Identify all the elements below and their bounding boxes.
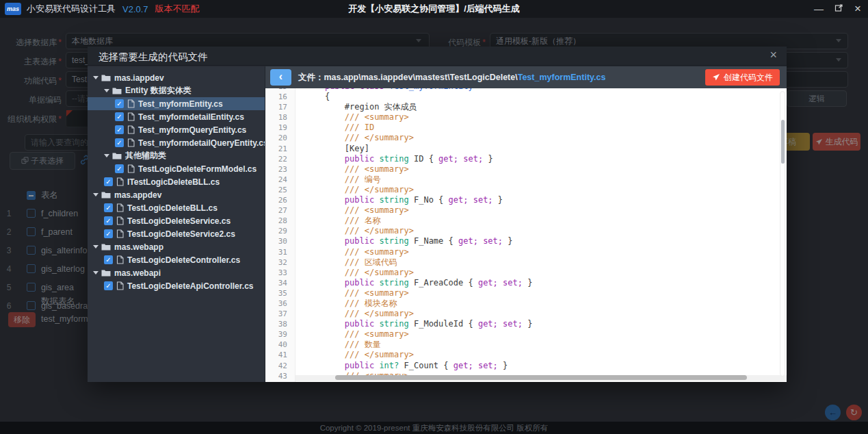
tree-file-item[interactable]: ✓Test_myformEntity.cs — [88, 97, 265, 110]
file-checkbox[interactable]: ✓ — [115, 138, 124, 147]
caret-down-icon[interactable] — [104, 89, 109, 95]
tree-item-label: mas.webapp — [114, 242, 163, 252]
code-line: 25 /// </summary> — [265, 185, 787, 195]
file-icon — [116, 229, 124, 238]
horizontal-scrollbar[interactable] — [295, 375, 787, 381]
code-line: 19 /// ID — [265, 123, 787, 133]
file-checkbox[interactable]: ✓ — [104, 255, 113, 264]
send-icon — [712, 73, 720, 81]
code-line: 40 /// 数量 — [265, 340, 787, 350]
file-checkbox[interactable]: ✓ — [104, 229, 113, 238]
tree-folder-item[interactable]: mas.iappdev — [88, 71, 265, 84]
line-number: 43 — [265, 371, 295, 381]
line-number: 18 — [265, 112, 295, 123]
line-number: 40 — [265, 340, 295, 350]
tree-file-item[interactable]: ✓TestLogicDeleteService.cs — [88, 214, 265, 227]
tree-folder-item[interactable]: mas.webapp — [88, 240, 265, 253]
file-checkbox[interactable]: ✓ — [104, 216, 113, 225]
tree-file-item[interactable]: ✓ITestLogicDeleteBLL.cs — [88, 175, 265, 188]
tree-item-label: Test_myformdetailQueryEntity.cs — [138, 138, 265, 148]
code-area: 15 public class Test_myformEntity16 {17 … — [265, 88, 787, 382]
line-number: 35 — [265, 288, 295, 298]
code-line: 41 /// </summary> — [265, 350, 787, 360]
dialog-close-icon[interactable]: × — [770, 48, 777, 62]
code-line: 42 public int? F_Count { get; set; } — [265, 361, 787, 371]
line-number: 30 — [265, 236, 295, 246]
tree-item-label: Test_myformEntity.cs — [138, 99, 223, 109]
tree-item-label: mas.webapi — [114, 268, 161, 278]
minimize-icon[interactable]: — — [814, 0, 824, 18]
horizontal-scrollbar-thumb[interactable] — [335, 375, 747, 380]
code-viewer: ‹ 文件：mas.app\mas.iappdev\mastest\TestLog… — [265, 66, 787, 382]
line-number: 23 — [265, 164, 295, 175]
file-checkbox[interactable]: ✓ — [104, 177, 113, 186]
file-icon — [116, 216, 124, 225]
code-line: 28 /// 名称 — [265, 216, 787, 226]
file-checkbox[interactable]: ✓ — [115, 99, 124, 108]
code-line: 38 public string F_ModuleId { get; set; … — [265, 319, 787, 329]
line-number: 17 — [265, 102, 295, 112]
code-line: 31 /// <summary> — [265, 247, 787, 257]
file-path: 文件：mas.app\mas.iappdev\mastest\TestLogic… — [298, 72, 605, 84]
create-code-file-button[interactable]: 创建代码文件 — [705, 69, 780, 86]
tree-folder-item[interactable]: Entity 数据实体类 — [88, 84, 265, 97]
code-line: 39 /// <summary> — [265, 329, 787, 340]
code-line: 37 /// </summary> — [265, 309, 787, 319]
tree-file-item[interactable]: ✓TestLogicDeleteBLL.cs — [88, 201, 265, 214]
line-number: 26 — [265, 195, 295, 205]
code-line: 20 /// </summary> — [265, 133, 787, 143]
back-button[interactable]: ‹ — [270, 69, 291, 86]
code-line: 18 /// <summary> — [265, 112, 787, 123]
code-line: 34 public string F_AreaCode { get; set; … — [265, 278, 787, 288]
tree-folder-item[interactable]: 其他辅助类 — [88, 149, 265, 162]
folder-icon — [112, 152, 122, 159]
code-line: 36 /// 模块名称 — [265, 298, 787, 309]
file-icon — [127, 164, 135, 173]
maximize-icon[interactable] — [834, 0, 843, 18]
folder-icon — [112, 87, 122, 94]
file-icon — [127, 125, 135, 134]
tree-file-item[interactable]: ✓TestLogicDeleteFormModel.cs — [88, 162, 265, 175]
line-number: 21 — [265, 144, 295, 154]
code-line: 22 public string ID { get; set; } — [265, 154, 787, 164]
app-version: V2.0.7 — [122, 4, 148, 14]
line-number: 33 — [265, 268, 295, 278]
caret-down-icon[interactable] — [93, 76, 98, 82]
tree-file-item[interactable]: ✓Test_myformdetailEntity.cs — [88, 110, 265, 123]
dialog-title: 选择需要生成的代码文件 — [98, 51, 208, 64]
line-number: 31 — [265, 247, 295, 257]
vertical-scrollbar-thumb[interactable] — [781, 120, 785, 164]
tree-folder-item[interactable]: mas.webapi — [88, 266, 265, 279]
file-tree: mas.iappdevEntity 数据实体类✓Test_myformEntit… — [88, 66, 265, 382]
tree-item-label: TestLogicDeleteService.cs — [127, 216, 231, 226]
tree-file-item[interactable]: ✓Test_myformdetailQueryEntity.cs — [88, 136, 265, 149]
close-icon[interactable]: × — [854, 0, 861, 18]
code-line: 30 public string F_Name { get; set; } — [265, 236, 787, 246]
caret-down-icon[interactable] — [104, 154, 109, 160]
tree-item-label: TestLogicDeleteService2.cs — [127, 229, 235, 239]
file-checkbox[interactable]: ✓ — [104, 281, 113, 290]
file-checkbox[interactable]: ✓ — [104, 203, 113, 212]
tree-file-item[interactable]: ✓TestLogicDeleteService2.cs — [88, 227, 265, 240]
file-icon — [127, 138, 135, 147]
caret-down-icon[interactable] — [93, 245, 98, 251]
folder-icon — [101, 269, 111, 277]
tree-item-label: mas.appdev — [114, 190, 161, 200]
tree-file-item[interactable]: ✓Test_myformQueryEntity.cs — [88, 123, 265, 136]
file-checkbox[interactable]: ✓ — [115, 112, 124, 121]
line-number: 36 — [265, 298, 295, 309]
app-logo: mas — [5, 3, 21, 15]
line-number: 34 — [265, 278, 295, 288]
file-checkbox[interactable]: ✓ — [115, 164, 124, 173]
line-number: 19 — [265, 123, 295, 133]
tree-file-item[interactable]: ✓TestLogicDeleteController.cs — [88, 253, 265, 266]
code-line: 29 /// </summary> — [265, 226, 787, 236]
file-checkbox[interactable]: ✓ — [115, 125, 124, 134]
tree-item-label: ITestLogicDeleteBLL.cs — [127, 177, 220, 187]
caret-down-icon[interactable] — [93, 193, 98, 199]
code-line: 27 /// <summary> — [265, 205, 787, 216]
tree-folder-item[interactable]: mas.appdev — [88, 188, 265, 201]
caret-down-icon[interactable] — [93, 271, 98, 277]
tree-file-item[interactable]: ✓TestLogicDeleteApiController.cs — [88, 279, 265, 292]
code-line: 26 public string F_No { get; set; } — [265, 195, 787, 205]
